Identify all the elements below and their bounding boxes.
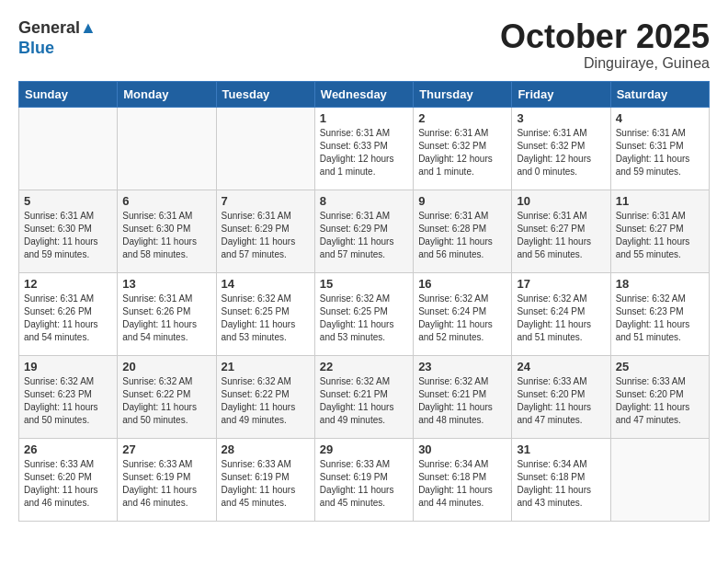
calendar-cell: 1Sunrise: 6:31 AM Sunset: 6:33 PM Daylig… bbox=[314, 107, 413, 190]
calendar-cell: 16Sunrise: 6:32 AM Sunset: 6:24 PM Dayli… bbox=[414, 272, 512, 355]
calendar-cell: 13Sunrise: 6:31 AM Sunset: 6:26 PM Dayli… bbox=[118, 272, 216, 355]
day-content: Sunrise: 6:31 AM Sunset: 6:27 PM Dayligh… bbox=[517, 210, 605, 261]
day-content: Sunrise: 6:32 AM Sunset: 6:25 PM Dayligh… bbox=[222, 293, 310, 344]
calendar-cell: 4Sunrise: 6:31 AM Sunset: 6:31 PM Daylig… bbox=[610, 107, 709, 190]
calendar-cell: 9Sunrise: 6:31 AM Sunset: 6:28 PM Daylig… bbox=[414, 190, 512, 272]
day-content: Sunrise: 6:32 AM Sunset: 6:24 PM Dayligh… bbox=[418, 293, 506, 344]
calendar-cell: 18Sunrise: 6:32 AM Sunset: 6:23 PM Dayli… bbox=[610, 272, 709, 355]
location-title: Dinguiraye, Guinea bbox=[500, 55, 710, 72]
day-number: 8 bbox=[320, 194, 408, 208]
day-number: 19 bbox=[24, 360, 112, 373]
day-content: Sunrise: 6:32 AM Sunset: 6:24 PM Dayligh… bbox=[517, 293, 605, 344]
calendar-cell: 19Sunrise: 6:32 AM Sunset: 6:23 PM Dayli… bbox=[19, 355, 118, 438]
weekday-header-saturday: Saturday bbox=[610, 81, 709, 107]
day-content: Sunrise: 6:32 AM Sunset: 6:22 PM Dayligh… bbox=[122, 375, 210, 427]
day-number: 7 bbox=[222, 194, 310, 208]
calendar-cell: 17Sunrise: 6:32 AM Sunset: 6:24 PM Dayli… bbox=[512, 272, 610, 355]
day-number: 30 bbox=[418, 442, 506, 456]
day-number: 1 bbox=[320, 111, 408, 125]
weekday-header-sunday: Sunday bbox=[19, 81, 118, 107]
day-content: Sunrise: 6:32 AM Sunset: 6:23 PM Dayligh… bbox=[24, 375, 112, 427]
calendar-cell: 14Sunrise: 6:32 AM Sunset: 6:25 PM Dayli… bbox=[216, 272, 314, 355]
day-content: Sunrise: 6:32 AM Sunset: 6:21 PM Dayligh… bbox=[418, 375, 506, 427]
day-content: Sunrise: 6:33 AM Sunset: 6:20 PM Dayligh… bbox=[616, 375, 704, 427]
day-number: 17 bbox=[517, 277, 605, 291]
calendar-cell: 29Sunrise: 6:33 AM Sunset: 6:19 PM Dayli… bbox=[314, 438, 413, 521]
day-number: 31 bbox=[517, 442, 605, 456]
weekday-header-friday: Friday bbox=[512, 81, 610, 107]
day-number: 29 bbox=[320, 442, 408, 456]
day-content: Sunrise: 6:31 AM Sunset: 6:31 PM Dayligh… bbox=[616, 127, 704, 178]
calendar-cell: 28Sunrise: 6:33 AM Sunset: 6:19 PM Dayli… bbox=[216, 438, 314, 521]
calendar-cell: 25Sunrise: 6:33 AM Sunset: 6:20 PM Dayli… bbox=[610, 355, 709, 438]
calendar-cell bbox=[216, 107, 314, 190]
calendar-cell bbox=[610, 438, 709, 521]
weekday-header-wednesday: Wednesday bbox=[314, 81, 413, 107]
calendar-cell: 12Sunrise: 6:31 AM Sunset: 6:26 PM Dayli… bbox=[19, 272, 118, 355]
calendar-cell: 21Sunrise: 6:32 AM Sunset: 6:22 PM Dayli… bbox=[216, 355, 314, 438]
day-number: 3 bbox=[517, 111, 605, 125]
day-content: Sunrise: 6:31 AM Sunset: 6:28 PM Dayligh… bbox=[418, 210, 506, 261]
day-number: 23 bbox=[418, 360, 506, 373]
day-content: Sunrise: 6:33 AM Sunset: 6:20 PM Dayligh… bbox=[24, 458, 112, 510]
day-content: Sunrise: 6:33 AM Sunset: 6:19 PM Dayligh… bbox=[122, 458, 210, 510]
calendar-cell: 3Sunrise: 6:31 AM Sunset: 6:32 PM Daylig… bbox=[512, 107, 610, 190]
day-number: 2 bbox=[418, 111, 506, 125]
day-number: 5 bbox=[24, 194, 112, 208]
calendar-cell: 11Sunrise: 6:31 AM Sunset: 6:27 PM Dayli… bbox=[610, 190, 709, 272]
calendar-cell: 24Sunrise: 6:33 AM Sunset: 6:20 PM Dayli… bbox=[512, 355, 610, 438]
calendar-table: SundayMondayTuesdayWednesdayThursdayFrid… bbox=[18, 81, 710, 522]
day-content: Sunrise: 6:34 AM Sunset: 6:18 PM Dayligh… bbox=[517, 458, 605, 510]
weekday-header-thursday: Thursday bbox=[414, 81, 512, 107]
day-content: Sunrise: 6:31 AM Sunset: 6:26 PM Dayligh… bbox=[122, 293, 210, 344]
calendar-week-3: 12Sunrise: 6:31 AM Sunset: 6:26 PM Dayli… bbox=[19, 272, 710, 355]
day-content: Sunrise: 6:31 AM Sunset: 6:26 PM Dayligh… bbox=[24, 293, 112, 344]
logo: General▲ Blue bbox=[18, 18, 97, 58]
day-number: 4 bbox=[616, 111, 704, 125]
calendar-cell: 23Sunrise: 6:32 AM Sunset: 6:21 PM Dayli… bbox=[414, 355, 512, 438]
day-number: 21 bbox=[222, 360, 310, 373]
day-number: 27 bbox=[122, 442, 210, 456]
calendar-cell: 10Sunrise: 6:31 AM Sunset: 6:27 PM Dayli… bbox=[512, 190, 610, 272]
day-content: Sunrise: 6:31 AM Sunset: 6:29 PM Dayligh… bbox=[320, 210, 408, 261]
day-content: Sunrise: 6:33 AM Sunset: 6:19 PM Dayligh… bbox=[222, 458, 310, 510]
day-content: Sunrise: 6:31 AM Sunset: 6:30 PM Dayligh… bbox=[122, 210, 210, 261]
day-number: 14 bbox=[222, 277, 310, 291]
calendar-cell: 6Sunrise: 6:31 AM Sunset: 6:30 PM Daylig… bbox=[118, 190, 216, 272]
calendar-week-5: 26Sunrise: 6:33 AM Sunset: 6:20 PM Dayli… bbox=[19, 438, 710, 521]
calendar-cell: 8Sunrise: 6:31 AM Sunset: 6:29 PM Daylig… bbox=[314, 190, 413, 272]
day-content: Sunrise: 6:33 AM Sunset: 6:20 PM Dayligh… bbox=[517, 375, 605, 427]
day-number: 18 bbox=[616, 277, 704, 291]
day-content: Sunrise: 6:31 AM Sunset: 6:32 PM Dayligh… bbox=[418, 127, 506, 178]
logo-blue: Blue bbox=[18, 39, 54, 57]
day-content: Sunrise: 6:34 AM Sunset: 6:18 PM Dayligh… bbox=[418, 458, 506, 510]
day-number: 28 bbox=[222, 442, 310, 456]
calendar-cell: 26Sunrise: 6:33 AM Sunset: 6:20 PM Dayli… bbox=[19, 438, 118, 521]
calendar-cell: 7Sunrise: 6:31 AM Sunset: 6:29 PM Daylig… bbox=[216, 190, 314, 272]
day-number: 24 bbox=[517, 360, 605, 373]
day-number: 12 bbox=[24, 277, 112, 291]
day-content: Sunrise: 6:31 AM Sunset: 6:27 PM Dayligh… bbox=[616, 210, 704, 261]
calendar-cell: 5Sunrise: 6:31 AM Sunset: 6:30 PM Daylig… bbox=[19, 190, 118, 272]
calendar-cell: 2Sunrise: 6:31 AM Sunset: 6:32 PM Daylig… bbox=[414, 107, 512, 190]
calendar-cell: 31Sunrise: 6:34 AM Sunset: 6:18 PM Dayli… bbox=[512, 438, 610, 521]
day-content: Sunrise: 6:33 AM Sunset: 6:19 PM Dayligh… bbox=[320, 458, 408, 510]
day-content: Sunrise: 6:32 AM Sunset: 6:21 PM Dayligh… bbox=[320, 375, 408, 427]
day-number: 16 bbox=[418, 277, 506, 291]
calendar-cell: 30Sunrise: 6:34 AM Sunset: 6:18 PM Dayli… bbox=[414, 438, 512, 521]
day-number: 15 bbox=[320, 277, 408, 291]
day-content: Sunrise: 6:31 AM Sunset: 6:33 PM Dayligh… bbox=[320, 127, 408, 178]
day-number: 13 bbox=[122, 277, 210, 291]
calendar-cell: 20Sunrise: 6:32 AM Sunset: 6:22 PM Dayli… bbox=[118, 355, 216, 438]
day-content: Sunrise: 6:32 AM Sunset: 6:25 PM Dayligh… bbox=[320, 293, 408, 344]
calendar-cell: 15Sunrise: 6:32 AM Sunset: 6:25 PM Dayli… bbox=[314, 272, 413, 355]
day-number: 25 bbox=[616, 360, 704, 373]
calendar-cell: 22Sunrise: 6:32 AM Sunset: 6:21 PM Dayli… bbox=[314, 355, 413, 438]
calendar-week-2: 5Sunrise: 6:31 AM Sunset: 6:30 PM Daylig… bbox=[19, 190, 710, 272]
title-block: October 2025 Dinguiraye, Guinea bbox=[500, 18, 710, 72]
weekday-header-monday: Monday bbox=[118, 81, 216, 107]
day-number: 9 bbox=[418, 194, 506, 208]
day-content: Sunrise: 6:31 AM Sunset: 6:32 PM Dayligh… bbox=[517, 127, 605, 178]
day-content: Sunrise: 6:31 AM Sunset: 6:30 PM Dayligh… bbox=[24, 210, 112, 261]
weekday-header-row: SundayMondayTuesdayWednesdayThursdayFrid… bbox=[19, 81, 710, 107]
